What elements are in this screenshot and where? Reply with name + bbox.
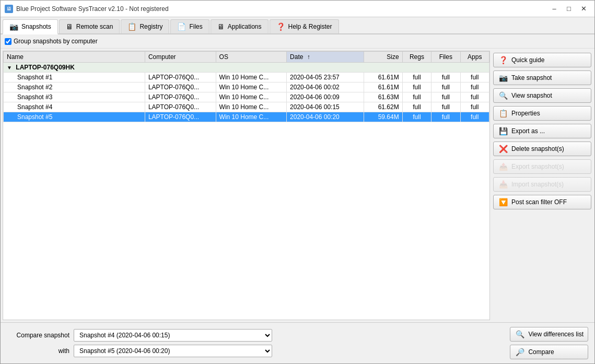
compare-btn-label: Compare bbox=[528, 348, 554, 356]
group-header-cell: ▼ LAPTOP-076Q09HK bbox=[4, 63, 489, 73]
tab-applications[interactable]: 🖥 Applications bbox=[211, 19, 269, 33]
compare-snapshot-select[interactable]: Snapshot #4 (2020-04-06 00:15) Snapshot … bbox=[74, 329, 272, 342]
cell-name: Snapshot #3 bbox=[4, 92, 145, 102]
table-row[interactable]: Snapshot #3 LAPTOP-076Q0... Win 10 Home … bbox=[4, 92, 489, 102]
tab-help[interactable]: ❓ Help & Register bbox=[270, 19, 339, 33]
col-name[interactable]: Name bbox=[4, 52, 145, 63]
cell-computer: LAPTOP-076Q0... bbox=[145, 83, 216, 92]
cell-regs: full bbox=[402, 102, 431, 112]
table-row[interactable]: Snapshot #2 LAPTOP-076Q0... Win 10 Home … bbox=[4, 83, 489, 92]
tab-remote-scan-label: Remote scan bbox=[76, 23, 113, 30]
cell-size: 61.61M bbox=[364, 83, 402, 92]
bottom-bar: Compare snapshot Snapshot #4 (2020-04-06… bbox=[1, 322, 594, 363]
group-by-computer-checkbox[interactable] bbox=[5, 38, 11, 45]
bottom-left: Compare snapshot Snapshot #4 (2020-04-06… bbox=[7, 329, 272, 357]
toolbar: Group snapshots by computer bbox=[1, 34, 594, 49]
cell-computer: LAPTOP-076Q0... bbox=[145, 92, 216, 102]
post-scan-filter-button[interactable]: 🔽 Post scan filter OFF bbox=[493, 195, 591, 209]
table-scroll[interactable]: Name Computer OS Date ↑ Size Regs Files … bbox=[3, 51, 489, 320]
compare-button[interactable]: 🔎 Compare bbox=[510, 345, 588, 359]
cell-files: full bbox=[431, 102, 460, 112]
cell-name: Snapshot #5 bbox=[4, 112, 145, 122]
export-snapshots-icon: 📤 bbox=[498, 162, 508, 171]
files-tab-icon: 📄 bbox=[177, 22, 186, 31]
cell-size: 59.64M bbox=[364, 112, 402, 122]
bottom-right: 🔍 View differences list 🔎 Compare bbox=[510, 327, 588, 359]
col-files[interactable]: Files bbox=[431, 52, 460, 63]
view-snapshot-button[interactable]: 🔍 View snapshot bbox=[493, 88, 591, 103]
cell-date: 2020-04-06 00:02 bbox=[287, 83, 364, 92]
quick-guide-button[interactable]: ❓ Quick guide bbox=[493, 53, 591, 67]
window-title: Blue Project Software SysTracer v2.10 - … bbox=[16, 5, 169, 13]
tab-bar: 📷 Snapshots 🖥 Remote scan 📋 Registry 📄 F… bbox=[1, 17, 594, 34]
cell-os: Win 10 Home C... bbox=[216, 73, 286, 83]
cell-regs: full bbox=[402, 112, 431, 122]
col-size[interactable]: Size bbox=[364, 52, 402, 63]
table-row[interactable]: Snapshot #1 LAPTOP-076Q0... Win 10 Home … bbox=[4, 73, 489, 83]
compare-icon: 🔎 bbox=[515, 348, 525, 356]
export-snapshots-button[interactable]: 📤 Export snapshot(s) bbox=[493, 159, 591, 174]
tab-applications-label: Applications bbox=[228, 23, 262, 30]
tab-registry[interactable]: 📋 Registry bbox=[121, 19, 169, 33]
cell-apps: full bbox=[460, 92, 489, 102]
minimize-button[interactable]: – bbox=[547, 3, 561, 15]
cell-size: 61.62M bbox=[364, 102, 402, 112]
tab-files-label: Files bbox=[189, 23, 202, 30]
view-differences-button[interactable]: 🔍 View differences list bbox=[510, 327, 588, 342]
group-header-laptop[interactable]: ▼ LAPTOP-076Q09HK bbox=[4, 63, 489, 73]
col-os[interactable]: OS bbox=[216, 52, 286, 63]
tab-snapshots[interactable]: 📷 Snapshots bbox=[3, 19, 58, 34]
close-button[interactable]: ✕ bbox=[577, 3, 590, 15]
cell-apps: full bbox=[460, 73, 489, 83]
table-body: ▼ LAPTOP-076Q09HK Snapshot #1 LAPTOP-076… bbox=[4, 63, 489, 122]
col-regs[interactable]: Regs bbox=[402, 52, 431, 63]
export-snapshots-label: Export snapshot(s) bbox=[511, 163, 564, 170]
snapshots-tab-icon: 📷 bbox=[9, 22, 18, 31]
cell-files: full bbox=[431, 112, 460, 122]
cell-size: 61.63M bbox=[364, 92, 402, 102]
cell-apps: full bbox=[460, 83, 489, 92]
export-as-button[interactable]: 💾 Export as ... bbox=[493, 124, 591, 138]
cell-date: 2020-04-06 00:15 bbox=[287, 102, 364, 112]
with-snapshot-select[interactable]: Snapshot #5 (2020-04-06 00:20) Snapshot … bbox=[74, 345, 272, 357]
tab-files[interactable]: 📄 Files bbox=[170, 19, 209, 33]
expand-icon: ▼ bbox=[7, 65, 14, 71]
import-snapshots-label: Import snapshot(s) bbox=[511, 181, 564, 188]
take-snapshot-button[interactable]: 📷 Take snapshot bbox=[493, 71, 591, 85]
properties-label: Properties bbox=[511, 110, 540, 117]
maximize-button[interactable]: □ bbox=[562, 3, 576, 15]
cell-regs: full bbox=[402, 83, 431, 92]
view-diff-label: View differences list bbox=[528, 331, 584, 338]
import-snapshots-button[interactable]: 📥 Import snapshot(s) bbox=[493, 177, 591, 192]
cell-computer: LAPTOP-076Q0... bbox=[145, 112, 216, 122]
delete-snapshot-label: Delete snapshot(s) bbox=[511, 145, 564, 152]
post-scan-filter-label: Post scan filter OFF bbox=[511, 198, 567, 206]
table-row[interactable]: Snapshot #5 LAPTOP-076Q0... Win 10 Home … bbox=[4, 112, 489, 122]
registry-tab-icon: 📋 bbox=[127, 22, 136, 31]
delete-snapshot-button[interactable]: ❌ Delete snapshot(s) bbox=[493, 142, 591, 156]
title-bar-controls: – □ ✕ bbox=[547, 3, 590, 15]
group-by-computer-label[interactable]: Group snapshots by computer bbox=[5, 38, 590, 45]
view-snapshot-label: View snapshot bbox=[511, 92, 552, 99]
col-apps[interactable]: Apps bbox=[460, 52, 489, 63]
help-tab-icon: ❓ bbox=[276, 22, 285, 31]
col-date[interactable]: Date ↑ bbox=[287, 52, 364, 63]
group-name: LAPTOP-076Q09HK bbox=[16, 64, 74, 71]
compare-snapshot-row: Compare snapshot Snapshot #4 (2020-04-06… bbox=[7, 329, 272, 342]
tab-remote-scan[interactable]: 🖥 Remote scan bbox=[59, 19, 120, 33]
quick-guide-label: Quick guide bbox=[511, 56, 544, 64]
properties-button[interactable]: 📋 Properties bbox=[493, 106, 591, 121]
applications-tab-icon: 🖥 bbox=[217, 22, 225, 31]
right-panel: ❓ Quick guide 📷 Take snapshot 🔍 View sna… bbox=[490, 49, 594, 322]
cell-apps: full bbox=[460, 102, 489, 112]
col-computer[interactable]: Computer bbox=[145, 52, 216, 63]
cell-date: 2020-04-06 00:20 bbox=[287, 112, 364, 122]
date-sort-arrow: ↑ bbox=[307, 53, 310, 61]
cell-date: 2020-04-05 23:57 bbox=[287, 73, 364, 83]
properties-icon: 📋 bbox=[498, 109, 508, 118]
cell-os: Win 10 Home C... bbox=[216, 92, 286, 102]
group-by-computer-text: Group snapshots by computer bbox=[14, 38, 98, 45]
cell-files: full bbox=[431, 83, 460, 92]
cell-computer: LAPTOP-076Q0... bbox=[145, 102, 216, 112]
table-row[interactable]: Snapshot #4 LAPTOP-076Q0... Win 10 Home … bbox=[4, 102, 489, 112]
